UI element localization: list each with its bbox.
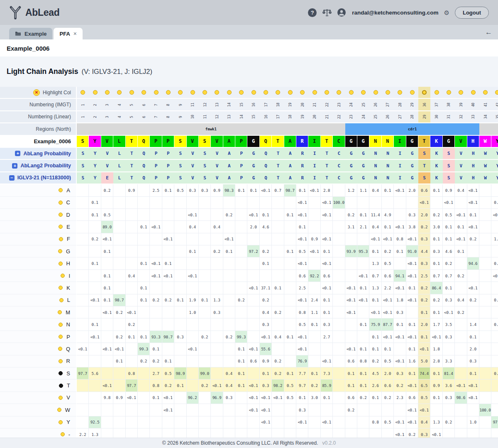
highlight-col-radio[interactable] (105, 90, 110, 95)
aa-row-radio[interactable] (61, 432, 65, 436)
probability-cell: P (235, 148, 247, 160)
highlight-col-radio[interactable] (459, 90, 463, 95)
freq-cell (187, 257, 199, 269)
highlight-col-radio[interactable] (142, 90, 146, 95)
aa-row-radio[interactable] (58, 347, 62, 351)
freq-cell (211, 367, 223, 379)
highlight-col-radio[interactable] (166, 90, 171, 95)
logout-button[interactable]: Logout (455, 7, 489, 19)
highlight-cell (321, 87, 333, 99)
highlight-col-radio[interactable] (361, 90, 366, 95)
freq-cell (199, 197, 211, 209)
highlight-col-radio[interactable] (129, 90, 134, 95)
highlight-col-radio[interactable] (93, 90, 98, 95)
freq-cell (479, 245, 491, 257)
freq-cell: <0.1 (455, 233, 467, 245)
aa-row-radio[interactable] (59, 420, 63, 424)
highlight-col-radio[interactable] (81, 90, 85, 95)
aa-row-radio[interactable] (58, 310, 62, 314)
freq-cell (272, 294, 284, 306)
highlight-col-radio[interactable] (422, 90, 427, 95)
freq-cell (77, 233, 89, 245)
aa-row-radio[interactable] (59, 213, 63, 217)
probability-cell: S (443, 148, 455, 160)
highlight-col-radio[interactable] (239, 90, 244, 95)
expand-icon[interactable]: + (12, 163, 17, 169)
aa-row-radio[interactable] (59, 262, 63, 266)
aa-row-radio[interactable] (59, 323, 63, 327)
highlight-col-radio[interactable] (435, 90, 439, 95)
freq-cell: 0.6 (382, 270, 394, 282)
highlight-col-radio[interactable] (178, 90, 183, 95)
highlight-col-radio[interactable] (215, 90, 219, 95)
help-icon[interactable]: ? (308, 8, 317, 17)
highlight-col-radio[interactable] (398, 90, 402, 95)
aa-row-radio[interactable] (59, 396, 63, 400)
aa-row: T<0.197.70.80.20.10.2<0.10.40.1<0.10.398… (0, 379, 498, 392)
freq-cell: 0.4 (455, 184, 467, 196)
freq-cell: 1.3 (430, 416, 442, 428)
tab-pfa[interactable]: PFA × (54, 28, 82, 39)
aa-row-radio[interactable] (58, 249, 62, 253)
aa-row-radio[interactable] (59, 188, 63, 192)
highlight-col-radio[interactable] (276, 90, 280, 95)
aa-row-radio[interactable] (59, 286, 63, 290)
highlight-col-radio[interactable] (203, 90, 207, 95)
highlight-col-radio[interactable] (349, 90, 354, 95)
freq-cell (333, 245, 345, 257)
tab-close-icon[interactable]: × (73, 30, 77, 37)
aa-row-radio[interactable] (59, 298, 63, 302)
aa-row-radio[interactable] (59, 359, 63, 363)
probability-cell: S (418, 172, 430, 184)
back-arrow-icon[interactable]: ← (485, 28, 492, 37)
aa-row-radio[interactable] (59, 225, 63, 229)
highlight-col-radio[interactable] (386, 90, 390, 95)
clear-highlight-icon[interactable]: ✕ (33, 89, 40, 96)
gear-icon[interactable]: ⚙ (444, 10, 449, 16)
freq-cell (126, 343, 138, 355)
highlight-col-radio[interactable] (495, 90, 498, 95)
freq-cell: 5.6 (89, 367, 101, 379)
freq-cell (113, 270, 125, 282)
aa-row-radio[interactable] (57, 408, 61, 412)
position-number: 3 (105, 116, 109, 118)
highlight-col-radio[interactable] (325, 90, 329, 95)
freq-cell (89, 404, 101, 416)
aa-row-radio[interactable] (59, 237, 63, 241)
freq-cell (479, 270, 491, 282)
highlight-col-radio[interactable] (117, 90, 122, 95)
numbering-cell: 22 (333, 111, 345, 123)
highlight-col-radio[interactable] (251, 90, 256, 95)
highlight-col-radio[interactable] (300, 90, 305, 95)
row-label-aa: R (0, 355, 77, 367)
aa-row-radio[interactable] (59, 201, 63, 205)
highlight-col-radio[interactable] (288, 90, 293, 95)
highlight-col-radio[interactable] (337, 90, 341, 95)
freq-cell: 0.2 (394, 379, 406, 392)
row-label-text: AbLang Probability (23, 151, 71, 157)
highlight-col-radio[interactable] (312, 90, 317, 95)
highlight-col-radio[interactable] (447, 90, 451, 95)
tab-example[interactable]: Example (9, 28, 52, 39)
probability-cell: V (455, 160, 467, 172)
freq-cell (199, 282, 211, 294)
highlight-col-radio[interactable] (227, 90, 232, 95)
highlight-col-radio[interactable] (483, 90, 488, 95)
aa-row-radio[interactable] (61, 274, 65, 278)
highlight-col-radio[interactable] (374, 90, 378, 95)
freq-cell: 0.3 (418, 257, 430, 269)
expand-icon[interactable]: + (15, 151, 20, 156)
aa-row-radio[interactable] (59, 335, 63, 339)
collapse-icon[interactable]: − (9, 175, 15, 181)
position-number: 7 (154, 104, 158, 106)
aa-row-radio[interactable] (59, 371, 63, 375)
numbering-cell: 9 (174, 99, 186, 111)
scale-icon[interactable] (322, 8, 332, 17)
aa-row-radio[interactable] (59, 384, 63, 388)
highlight-col-radio[interactable] (410, 90, 415, 95)
highlight-cell (345, 87, 357, 99)
highlight-col-radio[interactable] (264, 90, 268, 95)
highlight-col-radio[interactable] (190, 90, 195, 95)
highlight-col-radio[interactable] (471, 90, 476, 95)
highlight-col-radio[interactable] (154, 90, 159, 95)
